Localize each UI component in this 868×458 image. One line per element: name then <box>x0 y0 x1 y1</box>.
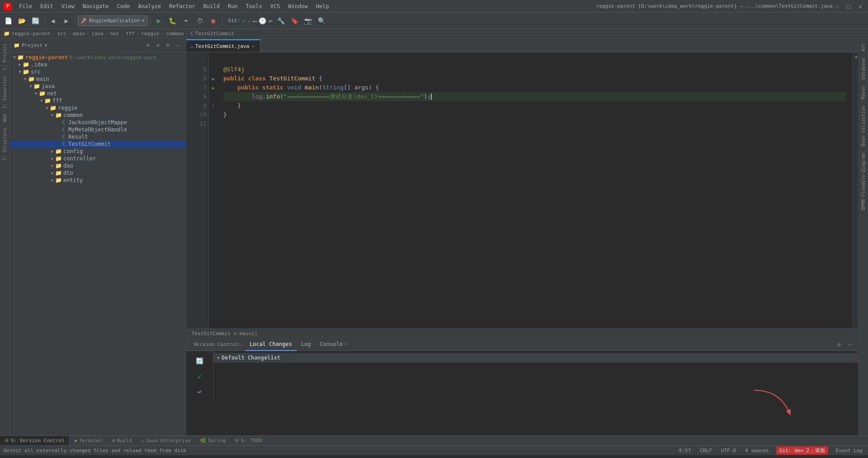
back-button[interactable]: ◀ <box>47 14 59 27</box>
right-vtab-bpmn[interactable]: BPMN-Flowable-Diagram <box>860 150 867 213</box>
menu-refactor[interactable]: Refactor <box>165 2 199 10</box>
left-vtab-structure[interactable]: 7: Structure <box>1 125 8 163</box>
forward-button[interactable]: ▶ <box>60 14 73 27</box>
vc-tab-log[interactable]: Log <box>297 338 316 351</box>
code-editor[interactable]: 5 6 7 8 9 10 11 ▶ ▶ } @Slf4j <box>186 52 858 328</box>
bookmark-button[interactable]: 🔖 <box>288 14 301 27</box>
status-time[interactable]: 8:57 <box>677 448 693 453</box>
coverage-button[interactable]: ☂ <box>180 14 193 27</box>
bc-testgitcommit[interactable]: TestGitCommit <box>195 31 234 37</box>
status-line-ending[interactable]: CRLF <box>698 448 714 453</box>
menu-analyze[interactable]: Analyze <box>134 2 165 10</box>
bc-net[interactable]: net <box>110 31 119 37</box>
tree-idea[interactable]: ▶ 📁 .idea <box>10 61 186 68</box>
tree-jackson[interactable]: C JacksonObjectMappe <box>10 119 186 126</box>
vc-refresh-button[interactable]: 🔄 <box>193 355 206 367</box>
tree-src-arrow[interactable]: ▼ <box>17 69 23 75</box>
stop-button[interactable]: ■ <box>207 14 220 27</box>
vc-tab-local-changes[interactable]: Local Changes <box>245 338 297 351</box>
tree-common-arrow[interactable]: ▼ <box>50 112 55 118</box>
tree-src[interactable]: ▼ 📁 src <box>10 68 186 75</box>
run-button[interactable]: ▶ <box>153 14 165 27</box>
code-content[interactable]: @Slf4j public class TestGitCommit { publ… <box>218 52 852 328</box>
minimize-button[interactable]: — <box>833 2 841 10</box>
vc-check-button[interactable]: ✓ <box>193 370 206 383</box>
tree-testgitcommit[interactable]: C TestGitCommit <box>10 140 186 148</box>
right-vtab-maven[interactable]: Maven <box>860 83 867 102</box>
menu-file[interactable]: File <box>15 2 36 10</box>
tree-entity-arrow[interactable]: ▶ <box>50 178 55 183</box>
menu-navigate[interactable]: Navigate <box>79 2 113 10</box>
tree-controller[interactable]: ▶ 📁 controller <box>10 155 186 162</box>
bc-reggie-parent[interactable]: reggie-parent <box>12 31 51 37</box>
tree-java-arrow[interactable]: ▼ <box>28 84 33 89</box>
changelist-header[interactable]: ▼ Default Changelist <box>213 353 858 363</box>
tree-dao[interactable]: ▶ 📁 dao <box>10 162 186 169</box>
settings-button[interactable]: 🔧 <box>275 14 288 27</box>
left-vtab-favorites[interactable]: 2: Favorites <box>1 73 8 111</box>
sidebar-settings-button[interactable]: ⚙ <box>163 41 172 50</box>
menu-code[interactable]: Code <box>113 2 134 10</box>
maximize-button[interactable]: □ <box>844 2 853 10</box>
tree-result[interactable]: C Result <box>10 133 186 140</box>
tree-main-arrow[interactable]: ▼ <box>23 76 28 82</box>
menu-tools[interactable]: Tools <box>242 2 266 10</box>
menu-edit[interactable]: Edit <box>37 2 57 10</box>
tree-reggie[interactable]: ▼ 📁 reggie <box>10 104 186 112</box>
tool-tab-terminal[interactable]: ▪ Terminal <box>70 436 108 445</box>
bc-fff[interactable]: fff <box>126 31 135 37</box>
tab-testgitcommit[interactable]: ☕ TestGitCommit.java × <box>186 39 260 52</box>
close-button[interactable]: ✕ <box>856 2 864 10</box>
git-check-2[interactable]: ✓ <box>248 17 251 24</box>
tree-dto-arrow[interactable]: ▶ <box>50 170 55 176</box>
git-branch-button[interactable]: Git: dev_2 ⚠ 添加 <box>776 446 828 455</box>
tree-fff[interactable]: ▼ 📁 fff <box>10 97 186 104</box>
tree-net-arrow[interactable]: ▼ <box>33 91 39 96</box>
tab-close-button[interactable]: × <box>251 43 255 49</box>
menu-run[interactable]: Run <box>224 2 241 10</box>
vc-tab-console[interactable]: Console × <box>316 338 352 351</box>
bc-main[interactable]: main <box>73 31 85 37</box>
vc-settings-button[interactable]: ⚙ <box>835 340 844 349</box>
left-vtab-web[interactable]: Web <box>1 111 8 125</box>
right-vtab-ant[interactable]: Ant <box>860 41 867 54</box>
menu-build[interactable]: Build <box>200 2 223 10</box>
tree-config[interactable]: ▶ 📁 config <box>10 148 186 155</box>
screenshot-button[interactable]: 📷 <box>302 14 315 27</box>
locate-file-button[interactable]: ⊕ <box>143 41 152 50</box>
tree-metameta[interactable]: C MyMetaObjectHandle <box>10 126 186 133</box>
open-button[interactable]: 📂 <box>15 14 28 27</box>
tree-net[interactable]: ▼ 📁 net <box>10 90 186 97</box>
tree-reggie-arrow[interactable]: ▼ <box>44 105 50 111</box>
tree-controller-arrow[interactable]: ▶ <box>50 156 55 161</box>
tree-root[interactable]: ▼ 📁 reggie-parent D:\work\idea_work\regg… <box>10 54 186 61</box>
tree-dto[interactable]: ▶ 📁 dto <box>10 169 186 177</box>
tool-tab-build[interactable]: ⚙ Build <box>108 436 137 445</box>
tree-java[interactable]: ▼ 📁 java <box>10 83 186 90</box>
git-history[interactable]: 🕐 <box>259 17 266 24</box>
status-indent[interactable]: 4 spaces <box>743 448 771 453</box>
bc-src[interactable]: src <box>57 31 66 37</box>
tool-tab-java-enterprise[interactable]: ☕ Java Enterprise <box>137 436 195 445</box>
tree-dao-arrow[interactable]: ▶ <box>50 163 55 168</box>
bc-reggie[interactable]: reggie <box>141 31 159 37</box>
tool-tab-todo[interactable]: ⑥ 6: TODO <box>230 436 266 445</box>
tree-main[interactable]: ▼ 📁 main <box>10 75 186 83</box>
sidebar-minimize-button[interactable]: — <box>173 41 182 50</box>
status-encoding[interactable]: UTF-8 <box>719 448 738 453</box>
debug-button[interactable]: 🐛 <box>166 14 179 27</box>
git-check-1[interactable]: ✓ <box>242 17 245 24</box>
vc-minimize-button[interactable]: — <box>845 340 854 349</box>
tree-root-arrow[interactable]: ▼ <box>12 55 17 60</box>
new-file-button[interactable]: 📄 <box>2 14 14 27</box>
tree-common[interactable]: ▼ 📁 common <box>10 112 186 119</box>
right-vtab-beanvalidation[interactable]: Bean Validation <box>860 103 867 149</box>
bc-java[interactable]: java <box>91 31 104 37</box>
bc-common[interactable]: common <box>166 31 184 37</box>
left-vtab-project[interactable]: 1: Project <box>1 41 8 73</box>
event-log-link[interactable]: Event Log <box>834 448 864 453</box>
vc-tab-console-close[interactable]: × <box>344 341 347 346</box>
tree-config-arrow[interactable]: ▶ <box>50 149 55 154</box>
menu-view[interactable]: View <box>58 2 78 10</box>
gutter-run-7[interactable]: ▶ <box>209 83 218 92</box>
